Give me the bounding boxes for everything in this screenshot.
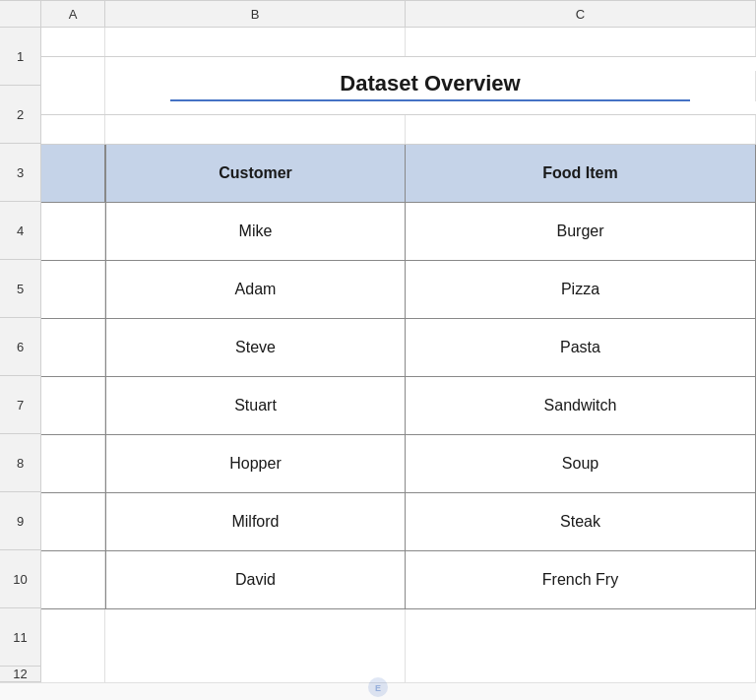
food-sandwitch: Sandwitch: [544, 397, 617, 414]
customer-adam: Adam: [235, 281, 277, 298]
cell-b11[interactable]: David: [105, 551, 406, 608]
food-steak: Steak: [560, 513, 600, 531]
cell-b9[interactable]: Hopper: [105, 435, 406, 492]
cell-a3[interactable]: [41, 115, 105, 144]
row-10: Milford Steak: [41, 493, 756, 551]
food-french-fry: French Fry: [542, 571, 618, 589]
cell-b12[interactable]: [105, 609, 406, 682]
row-num-9: 9: [0, 492, 40, 550]
svg-text:E: E: [375, 683, 381, 693]
cell-a6[interactable]: [41, 261, 105, 318]
dataset-title: Dataset Overview: [340, 71, 520, 96]
column-headers: A B C: [41, 0, 756, 28]
row-num-3: 3: [0, 144, 40, 202]
col-c-header: C: [406, 1, 756, 27]
grid-rows: Dataset Overview Customer Food Item: [41, 28, 756, 682]
cell-a2[interactable]: [41, 57, 105, 114]
cell-a11[interactable]: [41, 551, 105, 608]
row-num-4: 4: [0, 202, 40, 260]
row-num-11: 11: [0, 608, 40, 667]
row-9: Hopper Soup: [41, 435, 756, 493]
customer-mike: Mike: [239, 223, 273, 240]
watermark: E exceldemy EXCEL · DATA · BI: [333, 676, 423, 700]
row-num-8: 8: [0, 434, 40, 492]
row-2-title: Dataset Overview: [41, 57, 756, 115]
cell-c3[interactable]: [406, 115, 756, 144]
row-num-2: 2: [0, 86, 40, 144]
cell-a7[interactable]: [41, 319, 105, 376]
cell-c11[interactable]: French Fry: [406, 551, 756, 608]
customer-header-label: Customer: [219, 164, 292, 182]
row-7: Steve Pasta: [41, 319, 756, 377]
col-a-header: A: [41, 1, 105, 27]
cell-b7[interactable]: Steve: [105, 319, 406, 376]
cell-c8[interactable]: Sandwitch: [406, 377, 756, 434]
cell-c6[interactable]: Pizza: [406, 261, 756, 318]
row-num-1: 1: [0, 28, 40, 86]
grid-area: A B C Dataset Overview: [41, 0, 756, 682]
food-pasta: Pasta: [560, 339, 600, 356]
cell-b4-customer-header[interactable]: Customer: [105, 145, 406, 202]
food-pizza: Pizza: [561, 281, 599, 298]
row-4-header: Customer Food Item: [41, 145, 756, 203]
row-num-6: 6: [0, 318, 40, 376]
row-12: [41, 609, 756, 682]
cell-b10[interactable]: Milford: [105, 493, 406, 550]
customer-steve: Steve: [235, 339, 276, 356]
cell-a9[interactable]: [41, 435, 105, 492]
cell-a1[interactable]: [41, 28, 105, 56]
spreadsheet: 1 2 3 4 5 6 7 8 9 10 11 12 A B C: [0, 0, 756, 682]
cell-b3[interactable]: [105, 115, 406, 144]
cell-a5[interactable]: [41, 203, 105, 260]
customer-david: David: [235, 571, 276, 589]
customer-stuart: Stuart: [234, 397, 277, 414]
cell-b1[interactable]: [105, 28, 406, 56]
food-soup: Soup: [562, 455, 598, 473]
footer-bar: E exceldemy EXCEL · DATA · BI: [0, 682, 756, 700]
row-3: [41, 115, 756, 145]
food-item-header-label: Food Item: [542, 164, 617, 182]
row-8: Stuart Sandwitch: [41, 377, 756, 435]
row-11: David French Fry: [41, 551, 756, 609]
row-5: Mike Burger: [41, 203, 756, 261]
cell-a12[interactable]: [41, 609, 105, 682]
col-b-header: B: [105, 1, 406, 27]
cell-b5[interactable]: Mike: [105, 203, 406, 260]
row-num-10: 10: [0, 550, 40, 608]
cell-c12[interactable]: [406, 609, 756, 682]
cell-merged-title: Dataset Overview: [105, 71, 756, 101]
row-num-12: 12: [0, 667, 40, 682]
customer-milford: Milford: [231, 513, 279, 531]
cell-c9[interactable]: Soup: [406, 435, 756, 492]
title-underline: [170, 99, 690, 101]
row-1: [41, 28, 756, 57]
row-num-7: 7: [0, 376, 40, 434]
cell-c4-fooditem-header[interactable]: Food Item: [406, 145, 756, 202]
food-burger: Burger: [556, 223, 603, 240]
cell-a10[interactable]: [41, 493, 105, 550]
cell-c10[interactable]: Steak: [406, 493, 756, 550]
cell-a8[interactable]: [41, 377, 105, 434]
cell-b6[interactable]: Adam: [105, 261, 406, 318]
row-number-header: [0, 0, 40, 28]
row-numbers-column: 1 2 3 4 5 6 7 8 9 10 11 12: [0, 0, 41, 682]
cell-c7[interactable]: Pasta: [406, 319, 756, 376]
cell-b8[interactable]: Stuart: [105, 377, 406, 434]
row-num-5: 5: [0, 260, 40, 318]
row-6: Adam Pizza: [41, 261, 756, 319]
cell-c5[interactable]: Burger: [406, 203, 756, 260]
customer-hopper: Hopper: [229, 455, 281, 473]
exceldemy-icon: E: [367, 676, 389, 698]
cell-c1[interactable]: [406, 28, 756, 56]
cell-a4[interactable]: [41, 145, 105, 202]
